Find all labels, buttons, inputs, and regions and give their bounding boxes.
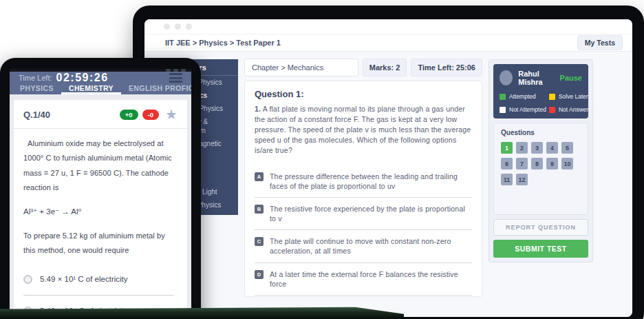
question-card: Question 1: 1. A flat plate is moving no… xyxy=(244,81,482,297)
question-number-button[interactable]: 10 xyxy=(561,158,573,169)
negative-marks-badge: -0 xyxy=(142,110,159,120)
my-tests-button[interactable]: My Tests xyxy=(577,35,623,50)
time-left-value: 02:59:26 xyxy=(56,72,109,84)
question-number-button[interactable]: 1 xyxy=(501,142,513,154)
question-number-button[interactable]: 2 xyxy=(516,142,528,154)
question-number-grid: 1 2 3 4 5 6 7 xyxy=(501,142,581,185)
option-letter-badge[interactable]: B xyxy=(255,205,264,214)
submit-test-button[interactable]: SUBMIT TEST xyxy=(493,240,588,258)
option-letter-badge[interactable]: A xyxy=(255,172,264,181)
cathode-reaction-equation: Al³⁺ + 3e⁻ → Al⁰ xyxy=(23,207,178,216)
question-header-row: Chapter > Mechanics Marks: 2 Time Left: … xyxy=(244,59,482,76)
question-number-button[interactable]: 4 xyxy=(546,142,558,154)
divider xyxy=(255,263,472,263)
phone-screen: Time Left: 02:59:26 PHYSICS CHEMISTRY EN… xyxy=(10,69,191,319)
pause-button[interactable]: Pause xyxy=(560,74,582,82)
question-number-button[interactable]: 11 xyxy=(501,174,513,185)
legend-color-swatch xyxy=(549,94,555,100)
browser-window: IIT JEE > Physics > Test Paper 1 My Test… xyxy=(144,19,632,317)
question-counter-row: Q.1/40 +0 -0 ★ xyxy=(23,107,178,121)
option-text: At a later time the external force F bal… xyxy=(270,269,472,289)
legend-label: Not Answered xyxy=(559,106,595,113)
tab-label: ENGLISH PROFICIENCY xyxy=(129,84,191,92)
legend-label: Not Attempted xyxy=(509,106,546,113)
question-title: Question 1: xyxy=(255,89,472,99)
question-number-button[interactable]: 7 xyxy=(516,158,528,169)
avatar xyxy=(500,70,513,85)
phone-test-header: Time Left: 02:59:26 xyxy=(10,72,191,84)
profile-card: Rahul Mishra Pause Attempted xyxy=(493,64,588,119)
legend-item: Attempted xyxy=(500,93,546,100)
question-text: 1. A flat plate is moving normal to its … xyxy=(255,104,472,156)
radio-button-icon[interactable] xyxy=(23,275,32,284)
phone-body: Q.1/40 +0 -0 ★ Aluminium oxide may be el… xyxy=(10,94,191,319)
tab-subject[interactable]: CHEMISTRY xyxy=(61,84,121,94)
tab-label: PHYSICS xyxy=(20,84,54,92)
right-panel: Rahul Mishra Pause Attempted xyxy=(489,59,593,263)
divider xyxy=(23,295,173,296)
questions-palette: Questions 1 2 3 4 5 xyxy=(493,123,588,215)
time-left-label: Time Left: xyxy=(19,74,52,82)
window-dot-icon[interactable] xyxy=(186,23,192,30)
question-number-button[interactable]: 12 xyxy=(516,174,528,185)
questions-title: Questions xyxy=(501,129,581,136)
time-left-badge: Time Left: 25:06 xyxy=(411,59,482,76)
top-navbar: IIT JEE > Physics > Test Paper 1 My Test… xyxy=(144,34,632,52)
option-block: A The pressure difference between the le… xyxy=(255,172,472,198)
phone-option-row[interactable]: 5.49 × 10¹ C of electricity xyxy=(23,275,178,284)
tab-subject[interactable]: ENGLISH PROFICIENCY xyxy=(121,84,191,94)
option-row[interactable]: B The resistive force experienced by the… xyxy=(255,204,472,223)
phone-mockup-frame: Time Left: 02:59:26 PHYSICS CHEMISTRY EN… xyxy=(0,58,201,319)
tab-label: CHEMISTRY xyxy=(69,84,114,92)
test-content-area: Chapters General Physics Mechanics Therm… xyxy=(144,52,632,317)
legend-label: Attempted xyxy=(509,93,536,100)
question-number-button[interactable]: 8 xyxy=(531,158,543,169)
star-bookmark-icon[interactable]: ★ xyxy=(165,107,178,121)
option-text: The pressure difference between the lead… xyxy=(270,172,472,191)
hamburger-menu-icon[interactable] xyxy=(169,73,182,83)
option-row[interactable]: A The pressure difference between the le… xyxy=(255,172,472,191)
breadcrumb[interactable]: IIT JEE > Physics > Test Paper 1 xyxy=(165,39,281,47)
divider xyxy=(255,295,472,296)
option-block: C The plate will continue to move with c… xyxy=(255,236,472,263)
question-number-button[interactable]: 5 xyxy=(561,142,573,154)
option-text: The plate will continue to move with con… xyxy=(270,236,472,256)
legend-color-swatch xyxy=(500,94,506,100)
legend-label: Solve Later xyxy=(559,93,588,100)
divider xyxy=(255,229,472,230)
option-letter-badge[interactable]: C xyxy=(255,237,264,246)
question-body-text: A flat plate is moving normal to its pla… xyxy=(255,105,471,154)
report-question-button[interactable]: REPORT QUESTION xyxy=(493,219,588,236)
option-letter-badge[interactable]: D xyxy=(255,270,264,279)
divider xyxy=(14,128,187,129)
option-block: B The resistive force experienced by the… xyxy=(255,204,472,230)
legend-color-swatch xyxy=(500,107,506,113)
window-dot-icon[interactable] xyxy=(164,23,170,30)
question-number-button[interactable]: 3 xyxy=(531,142,543,154)
question-number-button[interactable]: 9 xyxy=(546,158,558,169)
chapter-path: Chapter > Mechanics xyxy=(244,59,358,76)
question-counter: Q.1/40 xyxy=(23,110,50,120)
options-list: A The pressure difference between the le… xyxy=(255,170,472,297)
positive-marks-badge: +0 xyxy=(120,110,138,120)
legend-color-swatch xyxy=(549,107,555,113)
legend-item: Not Answered xyxy=(549,106,595,113)
question-number-button[interactable]: 6 xyxy=(501,158,513,169)
phone-option-text: 5.49 × 10¹ C of electricity xyxy=(40,275,128,283)
window-titlebar xyxy=(144,19,632,34)
status-legend: Attempted Solve Later Not Attempted xyxy=(500,93,582,113)
divider xyxy=(255,197,472,198)
question-main-area: Chapter > Mechanics Marks: 2 Time Left: … xyxy=(244,59,482,297)
marks-badge: Marks: 2 xyxy=(363,59,407,76)
user-name: Rahul Mishra xyxy=(518,70,559,86)
option-row[interactable]: D At a later time the external force F b… xyxy=(255,269,472,289)
desktop-mockup-frame: IIT JEE > Physics > Test Paper 1 My Test… xyxy=(133,6,644,319)
phone-question-card: Q.1/40 +0 -0 ★ Aluminium oxide may be el… xyxy=(14,100,187,319)
option-block: D At a later time the external force F b… xyxy=(255,269,472,296)
window-dot-icon[interactable] xyxy=(175,23,181,30)
phone-option-block: 5.49 × 10¹ C of electricity xyxy=(23,275,178,296)
legend-item: Not Attempted xyxy=(500,106,546,113)
tab-subject[interactable]: PHYSICS xyxy=(12,84,61,94)
option-row[interactable]: C The plate will continue to move with c… xyxy=(255,236,472,256)
subject-tabs: PHYSICS CHEMISTRY ENGLISH PROFICIENCY xyxy=(10,84,191,94)
